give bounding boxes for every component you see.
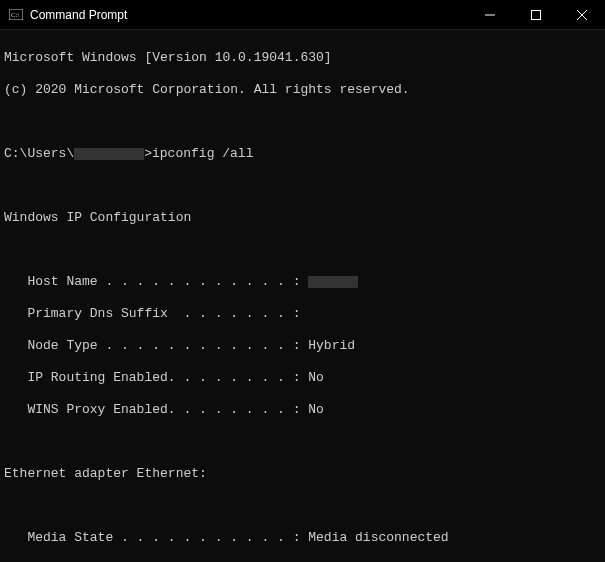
host-name-line: Host Name . . . . . . . . . . . . :	[4, 274, 601, 290]
cmd-icon: C:\	[8, 7, 24, 23]
terminal-output[interactable]: Microsoft Windows [Version 10.0.19041.63…	[0, 30, 605, 562]
window-controls	[467, 0, 605, 29]
window-titlebar: C:\ Command Prompt	[0, 0, 605, 30]
blank-line	[4, 114, 601, 130]
ethernet-header: Ethernet adapter Ethernet:	[4, 466, 601, 482]
host-name-label: Host Name . . . . . . . . . . . . :	[4, 274, 308, 289]
redacted-hostname	[308, 276, 358, 288]
eth-media-state: Media State . . . . . . . . . . . : Medi…	[4, 530, 601, 546]
prompt-line: C:\Users\>ipconfig /all	[4, 146, 601, 162]
close-button[interactable]	[559, 0, 605, 29]
blank-line	[4, 242, 601, 258]
redacted-username	[74, 148, 144, 160]
ipconfig-header: Windows IP Configuration	[4, 210, 601, 226]
blank-line	[4, 498, 601, 514]
version-line: Microsoft Windows [Version 10.0.19041.63…	[4, 50, 601, 66]
copyright-line: (c) 2020 Microsoft Corporation. All righ…	[4, 82, 601, 98]
svg-rect-3	[532, 10, 541, 19]
wins-proxy-line: WINS Proxy Enabled. . . . . . . . : No	[4, 402, 601, 418]
svg-text:C:\: C:\	[11, 11, 20, 19]
ip-routing-line: IP Routing Enabled. . . . . . . . : No	[4, 370, 601, 386]
minimize-button[interactable]	[467, 0, 513, 29]
primary-dns-suffix-line: Primary Dns Suffix . . . . . . . :	[4, 306, 601, 322]
node-type-line: Node Type . . . . . . . . . . . . : Hybr…	[4, 338, 601, 354]
prompt-path: C:\Users\	[4, 146, 74, 161]
window-title: Command Prompt	[30, 8, 467, 22]
blank-line	[4, 434, 601, 450]
command-text: >ipconfig /all	[144, 146, 253, 161]
blank-line	[4, 178, 601, 194]
maximize-button[interactable]	[513, 0, 559, 29]
